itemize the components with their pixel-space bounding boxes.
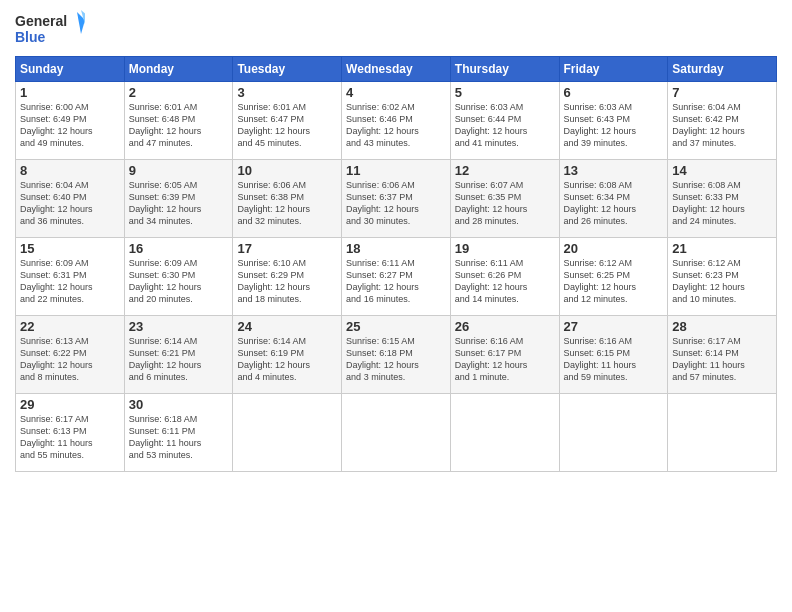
page: General Blue SundayMondayTuesdayWednesda…	[0, 0, 792, 612]
logo: General Blue	[15, 10, 85, 48]
day-cell: 20Sunrise: 6:12 AM Sunset: 6:25 PM Dayli…	[559, 238, 668, 316]
day-cell: 30Sunrise: 6:18 AM Sunset: 6:11 PM Dayli…	[124, 394, 233, 472]
day-cell: 9Sunrise: 6:05 AM Sunset: 6:39 PM Daylig…	[124, 160, 233, 238]
day-cell: 24Sunrise: 6:14 AM Sunset: 6:19 PM Dayli…	[233, 316, 342, 394]
day-info: Sunrise: 6:00 AM Sunset: 6:49 PM Dayligh…	[20, 101, 120, 150]
day-cell	[233, 394, 342, 472]
day-info: Sunrise: 6:08 AM Sunset: 6:33 PM Dayligh…	[672, 179, 772, 228]
day-number: 16	[129, 241, 229, 256]
day-info: Sunrise: 6:09 AM Sunset: 6:31 PM Dayligh…	[20, 257, 120, 306]
day-info: Sunrise: 6:12 AM Sunset: 6:23 PM Dayligh…	[672, 257, 772, 306]
day-number: 7	[672, 85, 772, 100]
day-number: 15	[20, 241, 120, 256]
day-number: 8	[20, 163, 120, 178]
day-info: Sunrise: 6:10 AM Sunset: 6:29 PM Dayligh…	[237, 257, 337, 306]
day-cell: 1Sunrise: 6:00 AM Sunset: 6:49 PM Daylig…	[16, 82, 125, 160]
day-cell: 12Sunrise: 6:07 AM Sunset: 6:35 PM Dayli…	[450, 160, 559, 238]
day-number: 29	[20, 397, 120, 412]
header-wednesday: Wednesday	[342, 57, 451, 82]
day-number: 25	[346, 319, 446, 334]
day-info: Sunrise: 6:18 AM Sunset: 6:11 PM Dayligh…	[129, 413, 229, 462]
day-number: 20	[564, 241, 664, 256]
day-cell: 6Sunrise: 6:03 AM Sunset: 6:43 PM Daylig…	[559, 82, 668, 160]
day-number: 11	[346, 163, 446, 178]
day-info: Sunrise: 6:06 AM Sunset: 6:38 PM Dayligh…	[237, 179, 337, 228]
week-row-5: 29Sunrise: 6:17 AM Sunset: 6:13 PM Dayli…	[16, 394, 777, 472]
day-number: 10	[237, 163, 337, 178]
day-cell: 16Sunrise: 6:09 AM Sunset: 6:30 PM Dayli…	[124, 238, 233, 316]
header: General Blue	[15, 10, 777, 48]
day-cell: 8Sunrise: 6:04 AM Sunset: 6:40 PM Daylig…	[16, 160, 125, 238]
day-cell: 18Sunrise: 6:11 AM Sunset: 6:27 PM Dayli…	[342, 238, 451, 316]
day-number: 30	[129, 397, 229, 412]
header-tuesday: Tuesday	[233, 57, 342, 82]
day-info: Sunrise: 6:06 AM Sunset: 6:37 PM Dayligh…	[346, 179, 446, 228]
day-number: 19	[455, 241, 555, 256]
day-cell	[342, 394, 451, 472]
day-number: 27	[564, 319, 664, 334]
day-cell: 28Sunrise: 6:17 AM Sunset: 6:14 PM Dayli…	[668, 316, 777, 394]
day-info: Sunrise: 6:08 AM Sunset: 6:34 PM Dayligh…	[564, 179, 664, 228]
day-cell: 27Sunrise: 6:16 AM Sunset: 6:15 PM Dayli…	[559, 316, 668, 394]
day-number: 21	[672, 241, 772, 256]
day-info: Sunrise: 6:16 AM Sunset: 6:17 PM Dayligh…	[455, 335, 555, 384]
day-number: 1	[20, 85, 120, 100]
day-cell: 23Sunrise: 6:14 AM Sunset: 6:21 PM Dayli…	[124, 316, 233, 394]
day-number: 5	[455, 85, 555, 100]
day-info: Sunrise: 6:01 AM Sunset: 6:48 PM Dayligh…	[129, 101, 229, 150]
day-number: 22	[20, 319, 120, 334]
day-info: Sunrise: 6:14 AM Sunset: 6:21 PM Dayligh…	[129, 335, 229, 384]
week-row-4: 22Sunrise: 6:13 AM Sunset: 6:22 PM Dayli…	[16, 316, 777, 394]
day-info: Sunrise: 6:17 AM Sunset: 6:13 PM Dayligh…	[20, 413, 120, 462]
day-cell: 11Sunrise: 6:06 AM Sunset: 6:37 PM Dayli…	[342, 160, 451, 238]
day-cell	[450, 394, 559, 472]
day-cell: 15Sunrise: 6:09 AM Sunset: 6:31 PM Dayli…	[16, 238, 125, 316]
day-cell: 14Sunrise: 6:08 AM Sunset: 6:33 PM Dayli…	[668, 160, 777, 238]
day-info: Sunrise: 6:15 AM Sunset: 6:18 PM Dayligh…	[346, 335, 446, 384]
day-cell: 3Sunrise: 6:01 AM Sunset: 6:47 PM Daylig…	[233, 82, 342, 160]
day-cell	[668, 394, 777, 472]
day-info: Sunrise: 6:12 AM Sunset: 6:25 PM Dayligh…	[564, 257, 664, 306]
day-info: Sunrise: 6:07 AM Sunset: 6:35 PM Dayligh…	[455, 179, 555, 228]
header-sunday: Sunday	[16, 57, 125, 82]
day-info: Sunrise: 6:09 AM Sunset: 6:30 PM Dayligh…	[129, 257, 229, 306]
day-number: 13	[564, 163, 664, 178]
day-number: 28	[672, 319, 772, 334]
day-cell: 19Sunrise: 6:11 AM Sunset: 6:26 PM Dayli…	[450, 238, 559, 316]
day-cell: 22Sunrise: 6:13 AM Sunset: 6:22 PM Dayli…	[16, 316, 125, 394]
header-friday: Friday	[559, 57, 668, 82]
week-row-3: 15Sunrise: 6:09 AM Sunset: 6:31 PM Dayli…	[16, 238, 777, 316]
day-cell	[559, 394, 668, 472]
day-info: Sunrise: 6:13 AM Sunset: 6:22 PM Dayligh…	[20, 335, 120, 384]
day-number: 6	[564, 85, 664, 100]
day-cell: 29Sunrise: 6:17 AM Sunset: 6:13 PM Dayli…	[16, 394, 125, 472]
day-info: Sunrise: 6:04 AM Sunset: 6:40 PM Dayligh…	[20, 179, 120, 228]
day-cell: 26Sunrise: 6:16 AM Sunset: 6:17 PM Dayli…	[450, 316, 559, 394]
day-info: Sunrise: 6:11 AM Sunset: 6:27 PM Dayligh…	[346, 257, 446, 306]
day-cell: 2Sunrise: 6:01 AM Sunset: 6:48 PM Daylig…	[124, 82, 233, 160]
day-info: Sunrise: 6:02 AM Sunset: 6:46 PM Dayligh…	[346, 101, 446, 150]
day-info: Sunrise: 6:16 AM Sunset: 6:15 PM Dayligh…	[564, 335, 664, 384]
day-number: 26	[455, 319, 555, 334]
svg-text:General: General	[15, 13, 67, 29]
day-number: 23	[129, 319, 229, 334]
day-cell: 21Sunrise: 6:12 AM Sunset: 6:23 PM Dayli…	[668, 238, 777, 316]
header-monday: Monday	[124, 57, 233, 82]
day-info: Sunrise: 6:14 AM Sunset: 6:19 PM Dayligh…	[237, 335, 337, 384]
day-info: Sunrise: 6:03 AM Sunset: 6:44 PM Dayligh…	[455, 101, 555, 150]
day-cell: 25Sunrise: 6:15 AM Sunset: 6:18 PM Dayli…	[342, 316, 451, 394]
day-info: Sunrise: 6:01 AM Sunset: 6:47 PM Dayligh…	[237, 101, 337, 150]
svg-text:Blue: Blue	[15, 29, 46, 45]
day-number: 17	[237, 241, 337, 256]
calendar-table: SundayMondayTuesdayWednesdayThursdayFrid…	[15, 56, 777, 472]
day-number: 4	[346, 85, 446, 100]
day-number: 3	[237, 85, 337, 100]
day-cell: 13Sunrise: 6:08 AM Sunset: 6:34 PM Dayli…	[559, 160, 668, 238]
header-thursday: Thursday	[450, 57, 559, 82]
week-row-2: 8Sunrise: 6:04 AM Sunset: 6:40 PM Daylig…	[16, 160, 777, 238]
header-row: SundayMondayTuesdayWednesdayThursdayFrid…	[16, 57, 777, 82]
header-saturday: Saturday	[668, 57, 777, 82]
day-info: Sunrise: 6:11 AM Sunset: 6:26 PM Dayligh…	[455, 257, 555, 306]
day-cell: 10Sunrise: 6:06 AM Sunset: 6:38 PM Dayli…	[233, 160, 342, 238]
day-info: Sunrise: 6:05 AM Sunset: 6:39 PM Dayligh…	[129, 179, 229, 228]
